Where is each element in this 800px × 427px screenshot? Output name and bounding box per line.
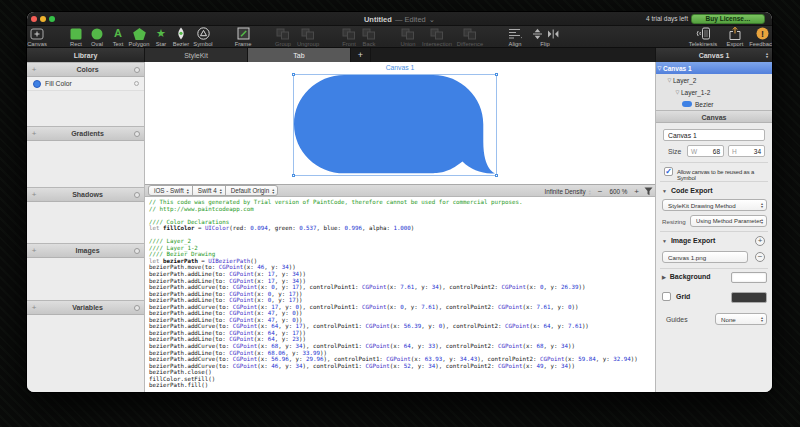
inspector-header-title: Canvas 1 xyxy=(699,52,730,59)
add-variable-icon[interactable]: + xyxy=(27,303,41,312)
width-input[interactable]: W 68 xyxy=(687,145,724,157)
code-line: bezierPath.addCurve(to: CGPoint(x: 56.96… xyxy=(149,356,655,363)
zoom-out-button[interactable]: − xyxy=(596,187,605,196)
library-sidebar: + Colors Fill Color + Gradients + Shadow… xyxy=(27,62,145,392)
dropdown-stepper-icon: ▴▾ xyxy=(187,188,189,194)
add-shadow-icon[interactable]: + xyxy=(27,190,41,199)
canvas-area[interactable]: Canvas 1 xyxy=(145,62,655,184)
disclosure-icon[interactable]: ▽ xyxy=(666,77,673,83)
section-toggle-icon[interactable] xyxy=(134,248,140,254)
code-editor[interactable]: // This code was generated by Trial vers… xyxy=(145,197,655,392)
main-content: + Colors Fill Color + Gradients + Shadow… xyxy=(27,62,772,392)
code-line: bezierPath.fill() xyxy=(149,382,655,389)
section-toggle-icon[interactable] xyxy=(134,192,140,198)
selection-handle[interactable] xyxy=(292,174,295,177)
add-gradient-icon[interactable]: + xyxy=(27,129,41,138)
height-input[interactable]: H 34 xyxy=(728,145,765,157)
toolbar-item-difference: Difference xyxy=(447,27,493,47)
background-header[interactable]: ▶ Background xyxy=(662,273,711,280)
tab-bar: StyleKit Tab + xyxy=(145,48,655,62)
library-section-gradients[interactable]: + Gradients xyxy=(27,126,144,141)
disclosure-icon[interactable]: ▽ xyxy=(674,89,681,95)
image-export-file[interactable]: Canvas 1.png xyxy=(662,251,748,263)
guides-label: Guides xyxy=(666,316,688,323)
toolbar-item-ungroup: Ungroup xyxy=(285,27,331,47)
bezier-thumbnail xyxy=(682,101,692,107)
zoom-in-button[interactable]: + xyxy=(632,187,641,196)
fill-color-item[interactable]: Fill Color xyxy=(27,77,144,91)
code-export-header[interactable]: ▼ Code Export xyxy=(662,187,713,194)
bubble-selection-box[interactable] xyxy=(293,74,497,176)
library-section-colors[interactable]: + Colors xyxy=(27,62,144,77)
language-dropdown[interactable]: Swift 4 ▴▾ xyxy=(192,185,226,196)
toolbar-item-feedback[interactable]: !Feedback xyxy=(739,27,772,47)
color-swatch[interactable] xyxy=(33,80,41,88)
disclosure-icon[interactable]: ▼ xyxy=(662,188,667,194)
dropdown-stepper-icon: ▴▾ xyxy=(761,202,763,208)
buy-license-button[interactable]: Buy License… xyxy=(691,14,765,24)
grid-label: Grid xyxy=(676,293,690,300)
inspector-header-stepper-icon[interactable]: ▴▾ xyxy=(766,52,768,58)
tab-stylekit[interactable]: StyleKit xyxy=(145,48,248,62)
disclosure-icon[interactable]: ▼ xyxy=(662,238,667,244)
resizing-label: Resizing xyxy=(662,218,686,225)
toolbar-item-flip[interactable]: Flip xyxy=(522,27,568,47)
platform-dropdown[interactable]: iOS - Swift ▴▾ xyxy=(148,185,193,196)
titlebar: Untitled — Edited ⌄ 4 trial days left Bu… xyxy=(27,12,772,26)
document-title: Untitled xyxy=(364,15,392,24)
origin-dropdown[interactable]: Default Origin ▴▾ xyxy=(225,185,279,196)
selection-handle[interactable] xyxy=(292,73,295,76)
drawing-method-dropdown[interactable]: StyleKit Drawing Method ▴▾ xyxy=(662,199,767,211)
library-section-shadows[interactable]: + Shadows xyxy=(27,187,144,202)
size-label: Size xyxy=(668,148,681,155)
add-tab-button[interactable]: + xyxy=(351,48,371,62)
layer-row-layer1-2[interactable]: ▽ Layer_1-2 xyxy=(656,86,772,98)
section-toggle-icon[interactable] xyxy=(134,67,140,73)
guides-dropdown[interactable]: None ▴▾ xyxy=(715,313,767,325)
squares-icon xyxy=(447,27,493,40)
feedback-icon: ! xyxy=(739,27,772,40)
dropdown-stepper-icon: ▴▾ xyxy=(272,188,274,194)
grid-color-swatch[interactable] xyxy=(731,292,767,303)
main-toolbar: CanvasRectOvalATextPolygon★StarBezierSym… xyxy=(27,26,772,48)
tab-current[interactable]: Tab xyxy=(248,48,351,62)
add-image-export-button[interactable]: + xyxy=(755,236,765,246)
add-image-icon[interactable]: + xyxy=(27,246,41,255)
code-filter-icon[interactable] xyxy=(644,187,653,196)
inspector-sidebar: ▽ Canvas 1 ▽ Layer_2 ▽ Layer_1-2 Bezier … xyxy=(655,62,772,392)
svg-text:!: ! xyxy=(761,29,764,39)
inspector-panel-header[interactable]: Canvas 1 ▴▾ xyxy=(655,48,772,62)
image-export-header[interactable]: ▼ Image Export xyxy=(662,237,715,244)
zoom-level: 600 % xyxy=(609,188,627,195)
canvas-title-label[interactable]: Canvas 1 xyxy=(145,64,655,71)
layer-row-bezier[interactable]: Bezier xyxy=(656,98,772,110)
symbol-checkbox[interactable]: ✓ xyxy=(664,167,673,176)
layer-row-layer2[interactable]: ▽ Layer_2 xyxy=(656,74,772,86)
center-area: Canvas 1 iOS - Swift ▴▾ S xyxy=(145,62,655,392)
selection-handle[interactable] xyxy=(495,73,498,76)
disclosure-icon[interactable]: ▶ xyxy=(662,274,666,280)
dropdown-stepper-icon: ▴▾ xyxy=(589,189,591,195)
desktop-background: Untitled — Edited ⌄ 4 trial days left Bu… xyxy=(0,0,800,427)
disclosure-icon[interactable]: ▽ xyxy=(656,65,663,71)
title-chevron-icon[interactable]: ⌄ xyxy=(429,15,435,24)
section-toggle-icon[interactable] xyxy=(134,305,140,311)
section-toggle-icon[interactable] xyxy=(134,131,140,137)
library-section-variables[interactable]: + Variables xyxy=(27,300,144,315)
add-color-icon[interactable]: + xyxy=(27,65,41,74)
speech-bubble-shape[interactable] xyxy=(294,75,496,175)
selection-handle[interactable] xyxy=(495,174,498,177)
canvas-name-input[interactable] xyxy=(663,129,765,141)
density-dropdown[interactable]: Infinite Density ▴▾ xyxy=(544,188,590,195)
edited-indicator: — Edited xyxy=(395,15,426,24)
resizing-dropdown[interactable]: Using Method Parameters ▴▾ xyxy=(690,215,767,227)
squares-icon xyxy=(285,27,331,40)
color-target-icon[interactable] xyxy=(134,81,139,86)
dropdown-stepper-icon: ▴▾ xyxy=(761,316,763,322)
layer-row-canvas[interactable]: ▽ Canvas 1 xyxy=(656,62,772,74)
library-section-images[interactable]: + Images xyxy=(27,243,144,258)
code-line: bezierPath.addCurve(to: CGPoint(x: 0, y:… xyxy=(149,284,655,291)
grid-checkbox[interactable] xyxy=(662,292,671,301)
remove-image-export-button[interactable]: − xyxy=(755,252,765,262)
background-color-swatch[interactable] xyxy=(731,272,767,283)
